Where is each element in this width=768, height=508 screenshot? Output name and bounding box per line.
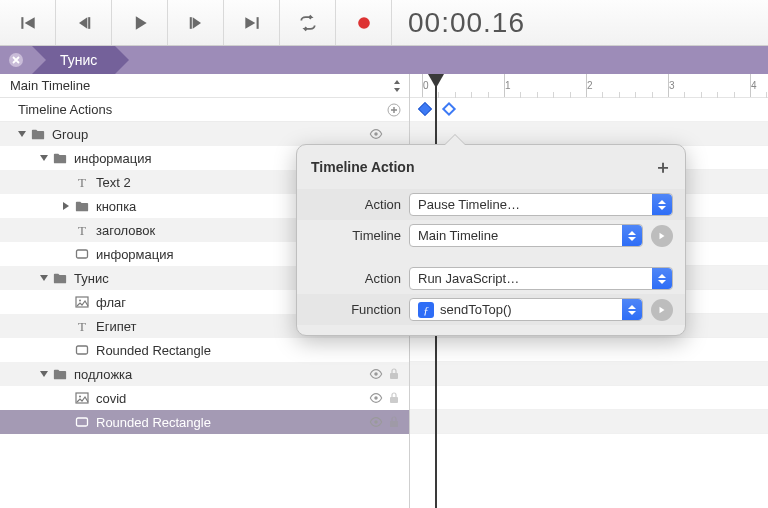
svg-rect-27 [390, 397, 398, 403]
keyframe-diamond[interactable] [418, 102, 432, 116]
folder-icon [52, 271, 68, 285]
timeline-selector[interactable]: Main Timeline [0, 74, 409, 98]
keyframe-diamond[interactable] [442, 102, 456, 116]
visibility-icon[interactable] [367, 392, 385, 404]
go-button[interactable] [651, 225, 673, 247]
popover-field-label: Action [309, 197, 401, 212]
popover-config-row: Function ƒsendToTop() [297, 294, 685, 325]
add-action-button[interactable]: ＋ [653, 155, 673, 179]
rect-icon [74, 343, 90, 357]
svg-text:T: T [78, 175, 86, 189]
popover-select-value: Main Timeline [418, 228, 498, 243]
time-ruler[interactable]: 01234 [410, 74, 768, 98]
ruler-tick-label: 3 [669, 80, 675, 91]
svg-rect-8 [256, 17, 258, 29]
popover-title: Timeline Action [311, 159, 414, 175]
select-stepper-icon [652, 268, 672, 289]
breadcrumb-scene[interactable]: Тунис [32, 46, 115, 74]
svg-rect-3 [88, 17, 90, 29]
svg-marker-6 [192, 17, 200, 29]
svg-point-19 [79, 300, 81, 302]
timeline-actions-row[interactable]: Timeline Actions [0, 98, 409, 122]
timeline-track-row[interactable] [410, 362, 768, 386]
svg-marker-12 [394, 88, 400, 92]
svg-marker-32 [660, 306, 665, 313]
next-frame-button[interactable] [168, 0, 224, 45]
text-icon: T [74, 175, 90, 189]
go-button[interactable] [651, 299, 673, 321]
popover-field-label: Action [309, 271, 401, 286]
timeline-track-row[interactable] [410, 338, 768, 362]
svg-rect-23 [390, 373, 398, 379]
popover-select[interactable]: Run JavaScript… [409, 267, 673, 290]
svg-marker-4 [135, 16, 146, 29]
prev-frame-button[interactable] [56, 0, 112, 45]
playhead[interactable] [428, 74, 444, 88]
loop-button[interactable] [280, 0, 336, 45]
svg-point-29 [374, 420, 378, 424]
outline-item-label: covid [96, 391, 367, 406]
svg-point-25 [79, 396, 81, 398]
svg-point-26 [374, 396, 378, 400]
folder-icon [74, 199, 90, 213]
outline-item-label: Group [52, 127, 367, 142]
visibility-icon[interactable] [367, 416, 385, 428]
disclosure-triangle-icon[interactable] [40, 155, 48, 161]
svg-rect-30 [390, 421, 398, 427]
outline-row[interactable]: Rounded Rectangle [0, 338, 409, 362]
svg-text:T: T [78, 223, 86, 237]
svg-rect-0 [21, 17, 23, 29]
play-button[interactable] [112, 0, 168, 45]
go-to-end-button[interactable] [224, 0, 280, 45]
popover-field-label: Timeline [309, 228, 401, 243]
timeline-track-row[interactable] [410, 410, 768, 434]
disclosure-triangle-icon[interactable] [40, 275, 48, 281]
svg-marker-11 [394, 80, 400, 84]
disclosure-triangle-icon[interactable] [18, 131, 26, 137]
outline-row[interactable]: Rounded Rectangle [0, 410, 409, 434]
lock-icon[interactable] [385, 415, 403, 429]
timeline-action-popover: Timeline Action ＋ Action Pause Timeline…… [296, 144, 686, 336]
lock-icon[interactable] [385, 367, 403, 381]
svg-point-22 [374, 372, 378, 376]
svg-marker-1 [24, 17, 34, 29]
outline-row[interactable]: Group [0, 122, 409, 146]
rect-icon [74, 415, 90, 429]
close-scene-button[interactable] [0, 46, 32, 74]
popover-select[interactable]: Pause Timeline… [409, 193, 673, 216]
disclosure-triangle-icon[interactable] [40, 371, 48, 377]
text-icon: T [74, 319, 90, 333]
go-to-start-button[interactable] [0, 0, 56, 45]
popover-config-row: Action Run JavaScript… [297, 263, 685, 294]
outline-row[interactable]: подложка [0, 362, 409, 386]
folder-icon [52, 367, 68, 381]
svg-marker-2 [79, 17, 87, 29]
svg-rect-17 [77, 250, 88, 258]
select-stepper-icon [622, 225, 642, 246]
svg-marker-31 [660, 232, 665, 239]
svg-rect-5 [189, 17, 191, 29]
ruler-tick-label: 4 [751, 80, 757, 91]
ruler-tick-label: 1 [505, 80, 511, 91]
rect-icon [74, 247, 90, 261]
popover-field-label: Function [309, 302, 401, 317]
text-icon: T [74, 223, 90, 237]
breadcrumb-label: Тунис [60, 52, 97, 68]
popover-select[interactable]: ƒsendToTop() [409, 298, 643, 321]
visibility-icon[interactable] [367, 368, 385, 380]
popover-select[interactable]: Main Timeline [409, 224, 643, 247]
add-timeline-action-button[interactable] [385, 103, 403, 117]
svg-marker-7 [245, 17, 255, 29]
timeline-track-row[interactable] [410, 386, 768, 410]
folder-icon [30, 127, 46, 141]
function-icon: ƒ [418, 302, 434, 318]
outline-row[interactable]: covid [0, 386, 409, 410]
popover-config-row: Timeline Main Timeline [297, 220, 685, 251]
svg-rect-21 [77, 346, 88, 354]
disclosure-triangle-icon[interactable] [63, 202, 69, 210]
timeline-track-row[interactable] [410, 98, 768, 122]
popover-select-value: Run JavaScript… [418, 271, 519, 286]
visibility-icon[interactable] [367, 128, 385, 140]
record-button[interactable] [336, 0, 392, 45]
lock-icon[interactable] [385, 391, 403, 405]
